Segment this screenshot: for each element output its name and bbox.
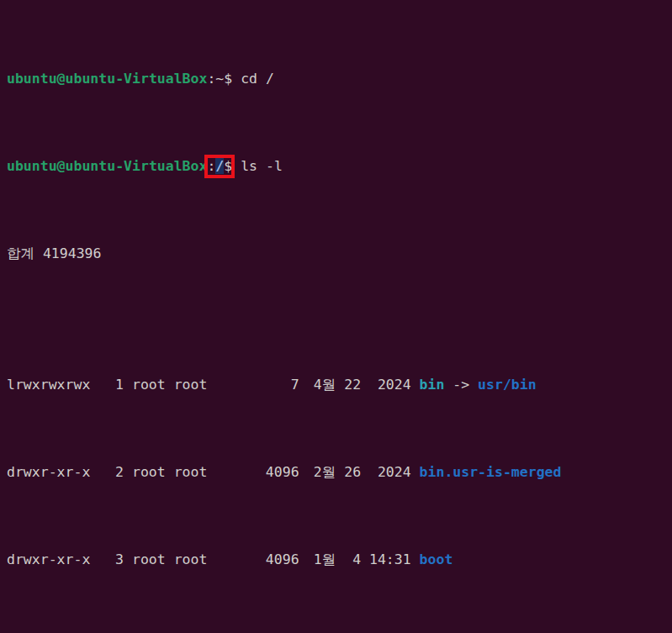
total-label: 합계	[7, 245, 34, 261]
file-name: boot	[420, 551, 453, 567]
link-count: 3	[98, 549, 124, 571]
prompt-colon: :	[207, 158, 215, 174]
terminal-line-ls-command: ubuntu@ubuntu-VirtualBox:/$ls -l	[7, 156, 672, 177]
annotated-prompt-path: :/$	[207, 156, 232, 177]
prompt-user-host: ubuntu@ubuntu-VirtualBox	[7, 158, 207, 174]
file-name: bin	[420, 377, 445, 393]
group: root	[174, 374, 208, 396]
symlink-target: usr/bin	[478, 377, 537, 393]
file-size: 4096	[215, 549, 299, 571]
prompt-user-host: ubuntu@ubuntu-VirtualBox	[7, 71, 207, 87]
group: root	[174, 462, 208, 483]
ls-rows: lrwxrwxrwx1rootroot74월222024bin->usr/bin…	[7, 330, 672, 633]
date-time-or-year: 2024	[369, 462, 411, 483]
link-count: 1	[98, 374, 124, 396]
command-ls: ls -l	[241, 158, 283, 174]
file-size: 7	[215, 374, 299, 396]
owner: root	[132, 374, 166, 396]
prompt-path-root-highlighted: /	[215, 158, 224, 174]
file-name: bin.usr-is-merged	[420, 464, 562, 480]
prompt-path-home: ~	[215, 71, 224, 87]
prompt-colon: :	[207, 71, 215, 87]
prompt-dollar: $	[224, 158, 232, 174]
date-day: 4	[344, 549, 361, 571]
terminal-window[interactable]: ubuntu@ubuntu-VirtualBox:~$cd / ubuntu@u…	[0, 0, 672, 633]
symlink-arrow: ->	[452, 377, 469, 393]
terminal-line-cd-command: ubuntu@ubuntu-VirtualBox:~$cd /	[7, 68, 672, 90]
link-count: 2	[98, 462, 124, 483]
owner: root	[132, 549, 166, 571]
prompt-dollar: $	[224, 71, 232, 87]
ls-row: drwxr-xr-x2rootroot40962월262024bin.usr-i…	[7, 462, 672, 483]
ls-row: drwxr-xr-x3rootroot40961월414:31boot	[7, 549, 672, 571]
total-value: 4194396	[43, 245, 102, 261]
owner: root	[132, 462, 166, 483]
permissions: lrwxrwxrwx	[7, 374, 90, 396]
total-line: 합계4194396	[7, 243, 672, 265]
date-month: 4월	[308, 374, 336, 396]
ls-row: lrwxrwxrwx1rootroot74월222024bin->usr/bin	[7, 374, 672, 396]
date-month: 2월	[308, 462, 336, 483]
date-time-or-year: 14:31	[369, 549, 411, 571]
date-time-or-year: 2024	[369, 374, 411, 396]
group: root	[174, 549, 208, 571]
date-month: 1월	[308, 549, 336, 571]
date-day: 26	[344, 462, 361, 483]
file-size: 4096	[215, 462, 299, 483]
permissions: drwxr-xr-x	[7, 462, 90, 483]
permissions: drwxr-xr-x	[7, 549, 90, 571]
command-cd: cd /	[241, 71, 274, 87]
date-day: 22	[344, 374, 361, 396]
